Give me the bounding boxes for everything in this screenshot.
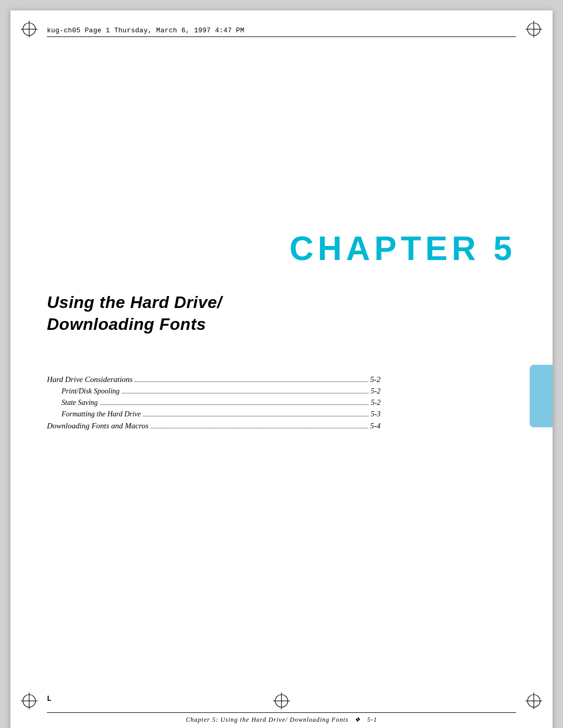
page-header: kug-ch05 Page 1 Thursday, March 6, 1997 … — [47, 25, 516, 37]
chapter-title: Using the Hard Drive/ Downloading Fonts — [47, 292, 360, 335]
reg-mark-bottom-left — [20, 692, 39, 710]
toc-label-3: State Saving — [62, 399, 98, 407]
toc-dots-1 — [134, 381, 368, 382]
reg-mark-top-left — [20, 20, 39, 39]
l-mark: L — [47, 695, 51, 703]
chapter-title-line1: Using the Hard Drive/ — [47, 292, 360, 314]
chapter-tab — [530, 365, 553, 427]
footer-diamond: ❖ — [354, 716, 361, 723]
chapter-heading: Chapter 5 — [47, 229, 516, 268]
toc-page-5: 5-4 — [370, 422, 381, 430]
toc-dots-4 — [143, 416, 369, 416]
toc-label-2: Print/Disk Spooling — [62, 387, 120, 396]
toc-label-5: Downloading Fonts and Macros — [47, 422, 149, 430]
toc-page-1: 5-2 — [370, 375, 381, 384]
toc-section: Hard Drive Considerations 5-2 Print/Disk… — [47, 375, 381, 434]
toc-entry-3: State Saving 5-2 — [62, 399, 381, 407]
toc-entry-2: Print/Disk Spooling 5-2 — [62, 387, 381, 396]
header-text: kug-ch05 Page 1 Thursday, March 6, 1997 … — [47, 27, 244, 34]
reg-mark-bottom-right — [524, 692, 543, 710]
footer-title: Chapter 5: Using the Hard Drive/ Downloa… — [186, 716, 349, 723]
toc-page-2: 5-2 — [371, 387, 381, 396]
toc-label-4: Formatting the Hard Drive — [62, 410, 141, 418]
footer-chapter-text: Chapter 5: Using the Hard Drive/ Downloa… — [186, 716, 377, 724]
page-footer: Chapter 5: Using the Hard Drive/ Downloa… — [47, 712, 516, 724]
toc-entry-5: Downloading Fonts and Macros 5-4 — [47, 422, 381, 430]
toc-dots-2 — [122, 393, 369, 393]
toc-dots-3 — [100, 404, 369, 405]
reg-mark-top-right — [524, 20, 543, 39]
toc-page-3: 5-2 — [371, 399, 381, 407]
chapter-number: Chapter 5 — [289, 230, 516, 267]
toc-label-1: Hard Drive Considerations — [47, 375, 132, 384]
toc-entry-4: Formatting the Hard Drive 5-3 — [62, 410, 381, 418]
content-area: Chapter 5 Using the Hard Drive/ Download… — [47, 42, 516, 707]
toc-dots-5 — [151, 428, 368, 428]
toc-page-4: 5-3 — [371, 410, 381, 418]
page: kug-ch05 Page 1 Thursday, March 6, 1997 … — [10, 10, 553, 728]
chapter-title-line2: Downloading Fonts — [47, 314, 360, 336]
footer-page-number: 5-1 — [367, 716, 377, 723]
toc-entry-1: Hard Drive Considerations 5-2 — [47, 375, 381, 384]
